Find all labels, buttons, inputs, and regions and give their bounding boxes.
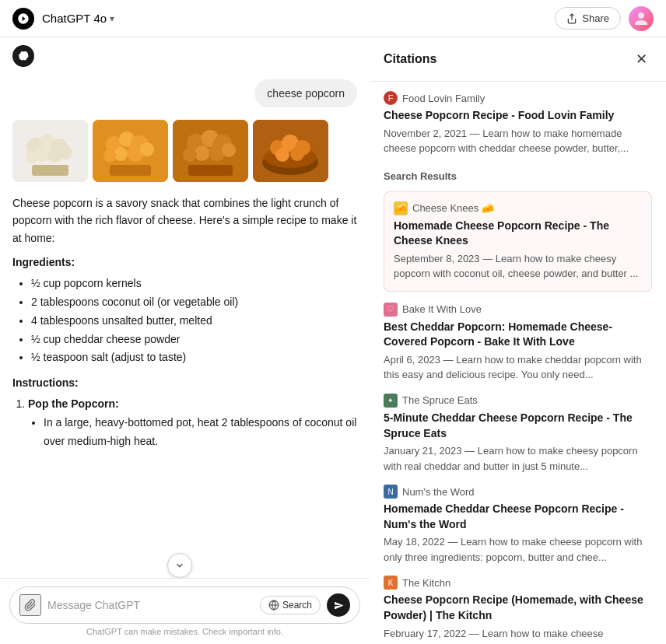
source-name-foodlovin: Food Lovin Family [402,93,485,104]
images-grid [0,114,370,188]
message-input-area: Search ChatGPT can make mistakes. Check … [0,578,370,644]
ingredients-list: ½ cup popcorn kernels 2 tablespoons coco… [12,275,357,367]
main-layout: cheese popcorn [0,37,666,644]
svg-rect-18 [110,165,151,176]
favicon-bakeitwith: ♡ [384,303,398,317]
user-message-text: cheese popcorn [267,87,345,100]
svg-point-17 [103,149,116,162]
citation-title-kitchn[interactable]: Cheese Popcorn Recipe (Homemade, with Ch… [384,593,652,623]
chatgpt-response-container [0,37,370,67]
user-chat-bubble: cheese popcorn [254,79,357,107]
citation-snippet-numsword: May 18, 2022 — Learn how to make cheese … [384,534,652,565]
citation-item-cheesknees[interactable]: 🧀 Cheese Knees 🧀 Homemade Cheese Popcorn… [384,191,652,292]
step-title-1: Pop the Popcorn: [28,397,119,410]
attach-button[interactable] [19,594,41,616]
citation-title-bakeitwith[interactable]: Best Cheddar Popcorn: Homemade Cheese-Co… [384,320,652,350]
share-label: Share [582,12,609,24]
search-results-label: Search Results [384,170,652,182]
chevron-down-icon: ▾ [110,13,114,24]
search-pill[interactable]: Search [260,596,321,614]
source-name-cheesknees: Cheese Knees 🧀 [412,202,494,214]
image-thumb-2[interactable] [93,120,168,182]
citation-title-numsword[interactable]: Homemade Cheddar Cheese Popcorn Recipe -… [384,502,652,532]
instructions-title: Instructions: [12,376,357,389]
citations-panel: Citations ✕ F Food Lovin Family Cheese P… [370,37,666,644]
citations-title: Citations [384,52,436,66]
ingredient-1: ½ cup popcorn kernels [31,275,357,293]
search-pill-label: Search [282,600,312,611]
citation-source-foodlovin: F Food Lovin Family [384,91,652,105]
instruction-1: Pop the Popcorn: In a large, heavy-botto… [28,395,357,450]
left-panel: cheese popcorn [0,37,370,644]
globe-icon [268,600,279,611]
disclaimer-text: ChatGPT can make mistakes. Check importa… [9,627,360,636]
svg-rect-27 [188,165,233,176]
citation-snippet-kitchn: February 17, 2022 — Learn how to make ch… [384,626,652,642]
citations-list: F Food Lovin Family Cheese Popcorn Recip… [370,82,666,644]
source-name-numsword: Num's the Word [402,486,475,498]
ingredient-4: ½ cup cheddar cheese powder [31,331,357,349]
image-thumb-4[interactable] [253,120,328,182]
intro-text: Cheese popcorn is a savory snack that co… [12,194,357,247]
svg-point-16 [140,142,154,156]
citation-source-numsword: N Num's the Word [384,485,652,499]
citation-title-foodlovin[interactable]: Cheese Popcorn Recipe - Food Lovin Famil… [384,108,652,124]
app-title: ChatGPT 4o [42,12,107,25]
svg-point-7 [26,151,38,163]
favicon-numsword: N [384,485,398,499]
chatgpt-icon [12,45,34,67]
ingredients-title: Ingredients: [12,256,357,268]
step-detail-1: In a large, heavy-bottomed pot, heat 2 t… [44,414,357,451]
citation-item-numsword: N Num's the Word Homemade Cheddar Cheese… [384,485,652,565]
citation-item-first: F Food Lovin Family Cheese Popcorn Recip… [384,91,652,156]
send-button[interactable] [327,593,350,617]
citation-source-spruceeats: ✦ The Spruce Eats [384,394,652,408]
ingredient-2: 2 tablespoons coconut oil (or vegetable … [31,293,357,312]
citation-item-bakeitwith: ♡ Bake It With Love Best Cheddar Popcorn… [384,303,652,383]
message-input-wrapper: Search [9,586,360,624]
citation-title-cheesknees: Homemade Cheese Popcorn Recipe - The Che… [394,219,642,249]
svg-point-25 [222,143,236,157]
share-button[interactable]: Share [555,7,621,30]
image-thumb-1[interactable] [12,120,88,182]
citation-title-spruceeats[interactable]: 5-Minute Cheddar Cheese Popcorn Recipe -… [384,411,652,441]
close-button[interactable]: ✕ [630,48,652,70]
favicon-spruceeats: ✦ [384,394,398,408]
citation-snippet-spruceeats: January 21, 2023 — Learn how to make che… [384,443,652,474]
app-title-container[interactable]: ChatGPT 4o ▾ [42,12,114,25]
citation-item-spruceeats: ✦ The Spruce Eats 5-Minute Cheddar Chees… [384,394,652,474]
svg-point-23 [195,145,210,161]
citation-source-bakeitwith: ♡ Bake It With Love [384,303,652,317]
app-logo [12,8,34,30]
source-name-kitchn: The Kitchn [402,577,450,589]
svg-point-34 [275,148,289,162]
source-name-spruceeats: The Spruce Eats [402,394,478,406]
favicon-foodlovin: F [384,91,398,105]
citations-header: Citations ✕ [370,37,666,82]
step-detail-list: In a large, heavy-bottomed pot, heat 2 t… [28,414,357,451]
svg-rect-9 [32,165,68,176]
svg-point-26 [183,148,197,162]
scroll-down-button[interactable] [167,553,192,578]
citation-snippet-cheesknees: September 8, 2023 — Learn how to make ch… [394,251,642,282]
citation-source-cheesknees: 🧀 Cheese Knees 🧀 [394,201,642,215]
ingredient-3: 4 tablespoons unsalted butter, melted [31,312,357,331]
favicon-thekitchn: K [384,576,398,590]
message-input[interactable] [47,599,254,611]
citation-snippet-foodlovin: November 2, 2021 — Learn how to make hom… [384,126,652,156]
svg-point-8 [58,145,72,159]
citation-snippet-bakeitwith: April 6, 2023 — Learn how to make chedda… [384,352,652,383]
svg-point-35 [290,147,304,161]
chat-bubble-container: cheese popcorn [0,67,370,114]
source-name-bakeitwith: Bake It With Love [402,303,482,315]
avatar[interactable] [629,6,654,31]
image-thumb-3[interactable] [173,120,248,182]
citation-item-kitchn: K The Kitchn Cheese Popcorn Recipe (Home… [384,576,652,641]
app-header: ChatGPT 4o ▾ Share [0,0,666,37]
favicon-cheesknees: 🧀 [394,201,408,215]
instructions-list: Pop the Popcorn: In a large, heavy-botto… [12,395,357,450]
citation-source-kitchn: K The Kitchn [384,576,652,590]
ingredient-5: ½ teaspoon salt (adjust to taste) [31,348,357,367]
